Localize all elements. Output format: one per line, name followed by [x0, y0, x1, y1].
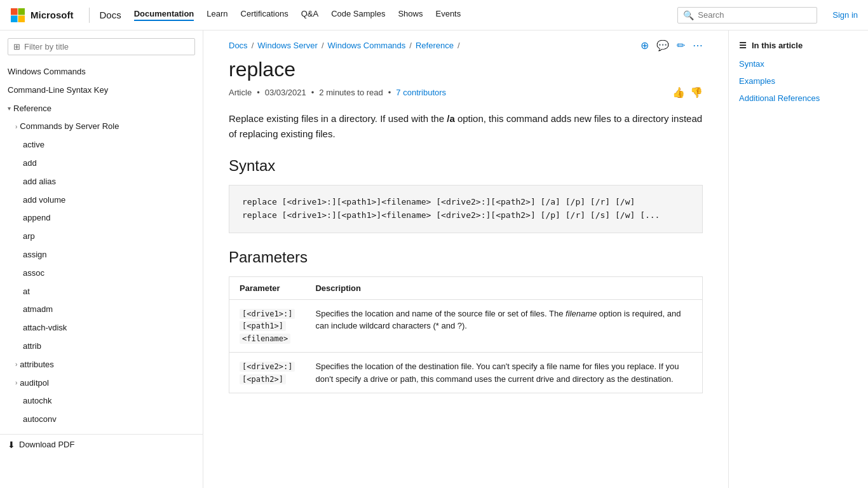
- download-icon: ⬇: [8, 440, 15, 450]
- sidebar-item-add[interactable]: add: [0, 154, 203, 173]
- param-cell-1: [<drive1>:] [<path1>] <filename>: [229, 299, 306, 353]
- sidebar-item-attributes[interactable]: › attributes: [0, 356, 203, 374]
- nav-documentation[interactable]: Documentation: [134, 9, 194, 21]
- download-pdf-label: Download PDF: [19, 440, 74, 449]
- param-code-filename: <filename>: [240, 334, 290, 344]
- logo-area: Microsoft: [10, 8, 74, 23]
- filename-em: filename: [566, 309, 597, 318]
- auditpol-expand-icon: ›: [15, 378, 17, 388]
- attributes-label: attributes: [20, 358, 53, 372]
- main-content: Docs / Windows Server / Windows Commands…: [203, 30, 728, 488]
- param-cell-2: [<drive2>:] [<path2>]: [229, 353, 306, 393]
- nav-certifications[interactable]: Certifications: [241, 9, 288, 21]
- edit-icon[interactable]: ✏: [677, 39, 685, 51]
- download-pdf-button[interactable]: ⬇ Download PDF: [0, 434, 203, 455]
- syntax-code-block: replace [<drive1>:][<path1>]<filename> […: [229, 185, 703, 233]
- sidebar-item-active[interactable]: active: [0, 136, 203, 154]
- svg-rect-2: [11, 15, 18, 22]
- nav-divider: [89, 8, 90, 23]
- svg-rect-1: [18, 8, 25, 15]
- nav-links: Documentation Learn Certifications Q&A C…: [134, 9, 461, 21]
- meta-dot-1: •: [257, 88, 260, 97]
- page-layout: ⊞ Windows Commands Command-Line Syntax K…: [0, 30, 868, 488]
- param-code-drive2: [<drive2>:]: [240, 362, 295, 372]
- commands-by-role-label: Commands by Server Role: [20, 120, 119, 133]
- reference-expand-icon: ▾: [8, 104, 11, 114]
- more-options-icon[interactable]: ⋯: [693, 39, 703, 51]
- nav-qa[interactable]: Q&A: [301, 9, 318, 21]
- sidebar-item-cmdline-syntax[interactable]: Command-Line Syntax Key: [0, 81, 203, 100]
- sidebar-item-append[interactable]: append: [0, 209, 203, 227]
- page-title: replace: [229, 58, 703, 81]
- sign-in-button[interactable]: Sign in: [832, 10, 858, 20]
- toc-header: ☰ In this article: [739, 41, 858, 50]
- commands-role-expand-icon: ›: [15, 122, 17, 132]
- sidebar-item-add-alias[interactable]: add alias: [0, 173, 203, 191]
- nav-shows[interactable]: Shows: [398, 9, 423, 21]
- breadcrumb-sep-2: /: [322, 41, 324, 50]
- params-header-row: Parameter Description: [229, 276, 703, 299]
- breadcrumb-reference[interactable]: Reference: [416, 41, 454, 50]
- thumbdown-icon[interactable]: 👎: [690, 86, 703, 98]
- sidebar-item-auditpol[interactable]: › auditpol: [0, 374, 203, 393]
- comment-icon[interactable]: 💬: [656, 39, 669, 51]
- sidebar-item-assoc[interactable]: assoc: [0, 264, 203, 283]
- article-contributors[interactable]: 7 contributors: [396, 88, 446, 97]
- sidebar-item-reference[interactable]: ▾ Reference: [0, 100, 203, 118]
- params-col-description: Description: [305, 276, 702, 299]
- sidebar-item-assign[interactable]: assign: [0, 246, 203, 264]
- toc-link-syntax[interactable]: Syntax: [739, 58, 858, 70]
- nav-code-samples[interactable]: Code Samples: [331, 9, 385, 21]
- article-date: 03/03/2021: [265, 88, 306, 97]
- top-navigation: Microsoft Docs Documentation Learn Certi…: [0, 0, 868, 30]
- breadcrumb-docs[interactable]: Docs: [229, 41, 248, 50]
- add-feedback-icon[interactable]: ⊕: [641, 39, 649, 51]
- syntax-heading: Syntax: [229, 157, 703, 175]
- nav-learn[interactable]: Learn: [207, 9, 227, 21]
- sidebar-item-autoconv[interactable]: autoconv: [0, 410, 203, 429]
- reference-label: Reference: [13, 102, 51, 116]
- sidebar-item-attrib[interactable]: attrib: [0, 337, 203, 356]
- auditpol-label: auditpol: [20, 377, 49, 390]
- search-input[interactable]: [698, 10, 811, 20]
- svg-rect-0: [11, 8, 18, 15]
- brand-name: Microsoft: [31, 10, 74, 20]
- filter-input[interactable]: [24, 42, 189, 51]
- sidebar: ⊞ Windows Commands Command-Line Syntax K…: [0, 30, 203, 488]
- toc-title: In this article: [752, 41, 803, 50]
- breadcrumb-windows-server[interactable]: Windows Server: [257, 41, 318, 50]
- param-code-path2: [<path2>]: [240, 374, 286, 384]
- sidebar-item-windows-commands[interactable]: Windows Commands: [0, 63, 203, 81]
- toc-link-examples[interactable]: Examples: [739, 75, 858, 87]
- search-box[interactable]: 🔍: [677, 7, 817, 24]
- toc-link-additional-references[interactable]: Additional References: [739, 92, 858, 104]
- article-meta: Article • 03/03/2021 • 2 minutes to read…: [229, 86, 703, 98]
- filter-box[interactable]: ⊞: [8, 38, 195, 55]
- breadcrumb-sep-1: /: [252, 41, 254, 50]
- sidebar-item-atmadm[interactable]: atmadm: [0, 301, 203, 319]
- param-desc-2: Specifies the location of the destinatio…: [305, 353, 702, 393]
- toc-icon: ☰: [739, 41, 747, 50]
- sidebar-item-at[interactable]: at: [0, 283, 203, 301]
- microsoft-logo-icon: [10, 8, 25, 23]
- breadcrumb-windows-commands[interactable]: Windows Commands: [328, 41, 406, 50]
- docs-label: Docs: [100, 10, 121, 20]
- thumbup-icon[interactable]: 👍: [672, 86, 685, 98]
- svg-rect-3: [18, 15, 25, 22]
- param-code-drive1: [<drive1>:]: [240, 309, 295, 319]
- option-highlight: /a: [447, 113, 455, 124]
- sidebar-item-attach-vdisk[interactable]: attach-vdisk: [0, 319, 203, 337]
- attributes-expand-icon: ›: [15, 360, 17, 370]
- breadcrumb-actions: ⊕ 💬 ✏ ⋯: [641, 39, 703, 51]
- params-table-head: Parameter Description: [229, 276, 703, 299]
- meta-dot-3: •: [388, 88, 391, 97]
- sidebar-item-commands-by-role[interactable]: › Commands by Server Role: [0, 118, 203, 136]
- article-read-time: 2 minutes to read: [319, 88, 383, 97]
- sidebar-item-arp[interactable]: arp: [0, 227, 203, 246]
- sidebar-item-add-volume[interactable]: add volume: [0, 191, 203, 210]
- breadcrumb-sep-3: /: [409, 41, 412, 50]
- nav-events[interactable]: Events: [435, 9, 461, 21]
- sidebar-item-autochk[interactable]: autochk: [0, 392, 203, 410]
- syntax-code: replace [<drive1>:][<path1>]<filename> […: [242, 196, 689, 222]
- param-desc-1: Specifies the location and name of the s…: [305, 299, 702, 353]
